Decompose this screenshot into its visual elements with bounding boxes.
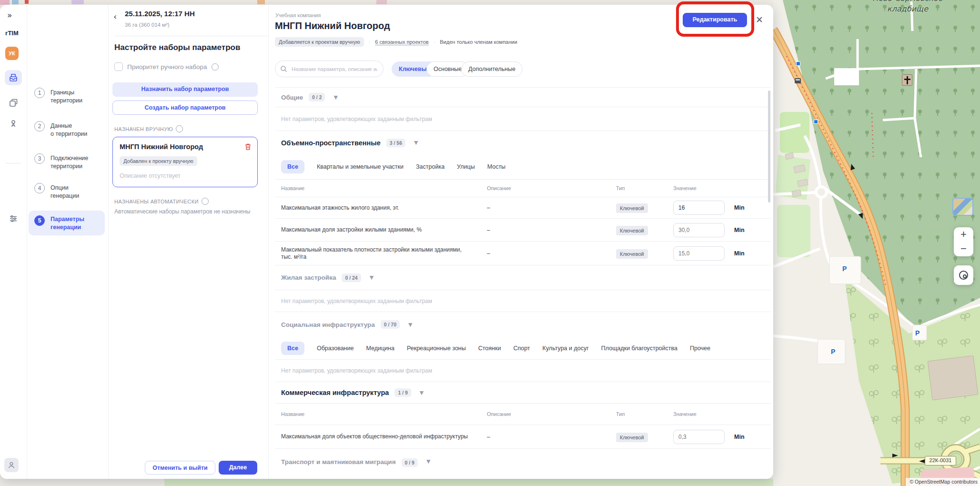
type-badge: Ключевой [616,226,648,235]
col-name: Название [281,185,487,192]
company-avatar[interactable]: УК [5,47,19,60]
user-avatar[interactable] [4,458,19,472]
search-input[interactable] [291,66,378,72]
company-name: Учебная компания [275,12,321,18]
step-number: 5 [34,215,45,226]
value-input[interactable] [673,223,725,237]
divider [115,36,268,36]
tab-bridges[interactable]: Мосты [487,163,505,170]
divider [268,5,269,479]
chevron-down-icon[interactable]: ▼ [370,274,374,281]
map-vertex-marker[interactable] [814,120,818,124]
back-chevron-icon[interactable]: ‹ [113,11,117,21]
card-description: Описание отсутствует [120,172,181,179]
parameter-description: – [487,434,616,440]
checkbox[interactable] [114,62,123,71]
section-header-general[interactable]: Общие 0 / 2 ▼ [275,88,771,107]
tab-all[interactable]: Все [281,160,304,173]
tab-blocks-parcels[interactable]: Кварталы и земельные участки [317,163,404,170]
team-nav-icon[interactable] [5,116,22,132]
layers-nav-icon[interactable] [5,95,22,111]
type-badge: Ключевой [616,249,648,259]
target-icon [959,271,968,280]
edit-button[interactable]: Редактировать [683,13,747,27]
section-count-badge: 3 / 56 [386,139,405,147]
tab-streets[interactable]: Улицы [457,163,475,170]
min-label: Min [734,204,745,211]
parameter-row: Максимальная доля застройки жилыми здани… [275,218,771,241]
next-button[interactable]: Далее [219,461,257,475]
tab-recreation[interactable]: Рекреационные зоны [407,345,466,352]
locate-button[interactable] [954,265,973,285]
parameter-search[interactable] [275,61,384,77]
section-header-spatial[interactable]: Объемно-пространственные 3 / 56 ▼ [275,131,771,154]
value-input[interactable] [673,201,725,215]
info-icon[interactable] [202,198,209,205]
zoom-in-button[interactable]: + [954,227,973,242]
section-count-badge: 1 / 9 [394,388,411,397]
step-number: 3 [34,153,45,164]
scrollbar-thumb[interactable] [768,91,770,202]
manual-priority-checkbox-row[interactable]: Приоритет ручного набора [114,62,219,71]
close-icon[interactable]: ✕ [756,14,763,25]
auto-assigned-label: НАЗНАЧЕНЫ АВТОМАТИЧЕСКИ [114,198,209,205]
section-header-social[interactable]: Социальная инфраструктура 0 / 70 ▼ [275,312,771,337]
parking-icon: P [842,265,847,273]
info-icon[interactable] [212,63,219,71]
manual-assigned-label: НАЗНАЧЕН ВРУЧНУЮ [114,125,183,132]
col-value: Значение [673,411,697,417]
auto-assigned-empty-text: Автоматические наборы параметров не назн… [114,208,251,215]
info-icon[interactable] [176,125,183,132]
christian-cross-icon [902,74,912,86]
section-title: Коммерческая инфраструктура [281,389,389,396]
tab-all[interactable]: Все [281,342,304,355]
app-root: Ново-Сормовское кладбище P P P 22К-0031 … [0,0,980,486]
section-header-commercial[interactable]: Коммерческая инфраструктура 1 / 9 ▼ [275,382,771,403]
assign-parameter-set-button[interactable]: Назначить набор параметров [112,82,258,97]
map-canvas[interactable] [773,0,980,486]
tab-parking[interactable]: Стоянки [478,345,501,352]
value-input[interactable] [673,430,725,444]
expand-sidebar-icon[interactable]: » [7,10,11,20]
map-vertex-marker[interactable] [796,61,800,66]
dot-separator: · [434,39,435,45]
tab-medicine[interactable]: Медицина [366,345,394,352]
min-label: Min [734,250,745,257]
value-input[interactable] [673,246,725,261]
linked-projects-link[interactable]: 6 связанных проектов [375,39,428,45]
tab-culture[interactable]: Культура и досуг [543,345,589,352]
section-title: Общие [281,94,303,101]
tab-education[interactable]: Образование [317,345,354,352]
parameter-description: – [487,204,616,211]
cancel-and-exit-button[interactable]: Отменить и выйти [145,461,215,475]
parameter-set-card[interactable]: МНГП Нижний Новгород Добавлен к проекту … [112,137,258,187]
chevron-down-icon[interactable]: ▼ [426,458,430,465]
minimap-thumbnail[interactable] [952,198,973,216]
col-type: Тип [616,411,673,417]
tab-development[interactable]: Застройка [416,163,445,170]
chevron-down-icon[interactable]: ▼ [414,140,418,146]
section-header-residential[interactable]: Жилая застройка 0 / 24 ▼ [275,265,771,290]
chevron-down-icon[interactable]: ▼ [408,322,412,328]
tab-other[interactable]: Прочее [690,345,710,352]
chip-additional[interactable]: Дополнительные [461,61,523,77]
tab-amenities[interactable]: Площадки благоустройства [601,345,677,352]
copy-icon [9,98,18,108]
create-parameter-set-button[interactable]: Создать набор параметров [112,101,258,115]
parameter-row: Максимальный показатель плотности застро… [275,241,771,265]
chevron-down-icon[interactable]: ▼ [333,94,337,101]
map-attribution: © OpenStreetMap contributors [906,478,980,486]
col-description: Описание [487,185,616,191]
zoom-out-button[interactable]: − [954,242,973,256]
tab-sport[interactable]: Спорт [513,345,530,352]
checkbox-label: Приоритет ручного набора [127,63,207,71]
table-header-row: Название Описание Тип Значение [275,403,771,425]
person-icon [9,119,18,129]
section-header-transport[interactable]: Транспорт и маятниковая миграция 0 / 9 ▼ [275,448,771,479]
chevron-down-icon[interactable]: ▼ [420,390,424,396]
projects-nav-icon[interactable] [5,70,22,85]
step-label: Опции генерации [51,184,79,200]
settings-nav-icon[interactable] [5,211,22,226]
delete-icon[interactable] [244,143,252,152]
step-generation-parameters[interactable]: 5 Параметры генерации [29,211,105,235]
